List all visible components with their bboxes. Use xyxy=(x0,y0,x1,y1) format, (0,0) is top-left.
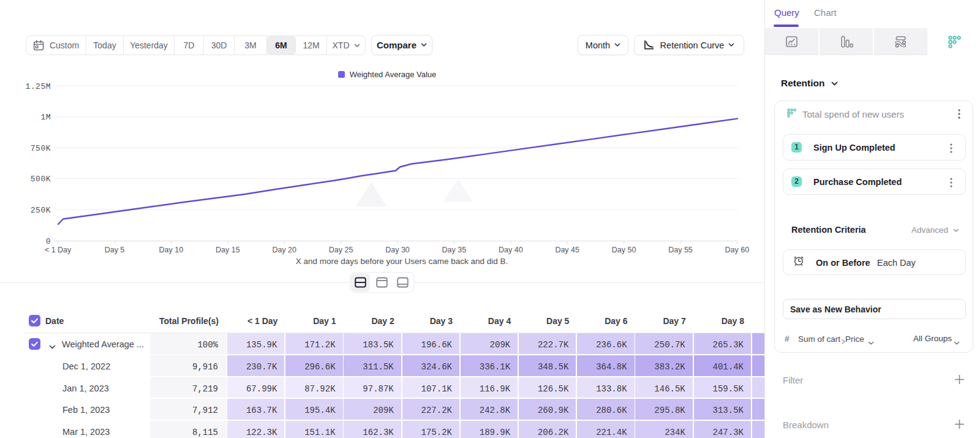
svg-text:Day 60: Day 60 xyxy=(725,246,750,254)
svg-text:< 1 Day: < 1 Day xyxy=(45,246,72,254)
svg-text:Day 45: Day 45 xyxy=(555,246,579,254)
svg-text:Day 10: Day 10 xyxy=(159,246,184,254)
svg-text:1M: 1M xyxy=(40,113,51,122)
svg-text:Day 50: Day 50 xyxy=(612,246,636,254)
svg-text:Day 15: Day 15 xyxy=(216,246,240,254)
svg-text:1.25M: 1.25M xyxy=(25,82,51,91)
svg-text:Day 25: Day 25 xyxy=(329,246,353,254)
svg-text:Day 40: Day 40 xyxy=(499,246,523,254)
svg-text:250K: 250K xyxy=(31,206,51,215)
svg-text:Day 20: Day 20 xyxy=(272,246,296,254)
svg-text:Day 55: Day 55 xyxy=(668,246,693,254)
svg-text:Day 5: Day 5 xyxy=(105,246,125,254)
svg-text:Day 35: Day 35 xyxy=(442,246,467,254)
svg-text:750K: 750K xyxy=(31,144,51,153)
svg-text:500K: 500K xyxy=(31,175,51,184)
svg-text:Day 30: Day 30 xyxy=(385,246,410,254)
